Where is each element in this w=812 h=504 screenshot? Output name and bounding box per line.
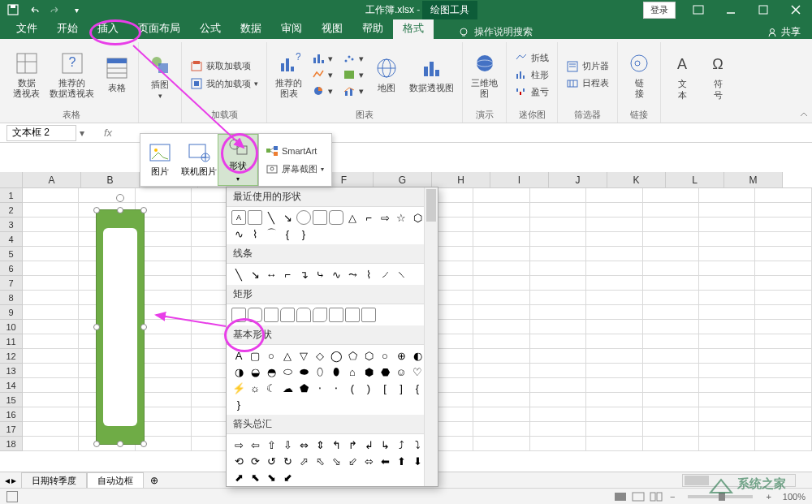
cell[interactable] [699,232,755,247]
row-header[interactable]: 4 [0,232,23,247]
maps-button[interactable]: 地图 [370,52,403,97]
sheet-nav-prev-icon[interactable]: ◂ [5,475,10,486]
cell[interactable] [755,291,811,305]
cell[interactable] [699,378,755,393]
shape-basic-23[interactable]: ♡ [410,364,425,379]
cell[interactable] [530,422,586,437]
shape-line[interactable]: ╲ [264,210,279,225]
cell[interactable] [23,232,79,247]
shape-rect-1[interactable] [231,308,246,322]
cell[interactable] [473,247,529,261]
cell[interactable] [643,218,699,232]
cell[interactable] [755,334,811,349]
shape-brace-r[interactable]: } [296,226,311,241]
resize-handle[interactable] [140,441,147,447]
cell[interactable] [23,422,79,437]
shape-basic-9[interactable]: ○ [378,348,392,363]
row-header[interactable]: 5 [0,247,23,261]
shape-connector[interactable]: ⌐ [361,210,376,225]
shape-arrow-23[interactable]: ⬇ [410,454,425,468]
resize-handle[interactable] [117,207,123,213]
cell[interactable] [755,261,811,276]
cell[interactable] [23,188,79,203]
cell[interactable] [586,276,642,291]
tab-home[interactable]: 开始 [47,18,88,39]
save-icon[interactable] [5,2,21,18]
resize-handle[interactable] [93,324,100,330]
view-layout-icon[interactable] [631,491,646,502]
row-header[interactable]: 15 [0,393,23,407]
cell[interactable] [473,188,529,203]
cell[interactable] [643,276,699,291]
cell[interactable] [473,393,529,407]
shape-arrow-20[interactable]: ⬄ [361,454,376,468]
shape-basic-25[interactable]: ☼ [248,381,262,395]
cell[interactable] [586,218,642,232]
online-pictures-button[interactable]: 联机图片 [179,134,218,186]
shape-arrow-7[interactable]: ↱ [345,437,360,452]
recommended-charts-button[interactable]: ? 推荐的 图表 [272,47,305,102]
shape-arrow-block[interactable]: ⇨ [378,210,392,225]
cell[interactable] [755,320,811,334]
shape-basic-14[interactable]: ◓ [264,364,279,379]
cell[interactable] [643,334,699,349]
chart-pie-button[interactable]: ▾ [309,84,336,98]
col-header-I[interactable]: I [490,172,549,187]
symbol-button[interactable]: Ω 符 号 [702,48,734,103]
tab-review[interactable]: 审阅 [271,18,312,39]
resize-handle[interactable] [140,207,147,213]
col-header-G[interactable]: G [374,172,432,187]
col-header-A[interactable]: A [23,172,81,187]
cell[interactable] [699,261,755,276]
cell[interactable] [473,305,529,320]
shape-line-11[interactable]: ⟍ [394,267,408,282]
row-header[interactable]: 12 [0,349,23,364]
cell[interactable] [530,393,586,407]
cell[interactable] [530,291,586,305]
row-header[interactable]: 3 [0,218,23,232]
tab-formula[interactable]: 公式 [190,18,231,39]
cell[interactable] [530,188,586,203]
shape-arrow-18[interactable]: ⬂ [329,454,343,468]
sheet-tab-2[interactable]: 自动边框 [87,472,144,489]
shape-arrow-17[interactable]: ⬁ [313,454,327,468]
pictures-button[interactable]: 图片 [140,134,179,186]
cell[interactable] [23,276,79,291]
cell[interactable] [643,349,699,364]
sparkline-winloss-button[interactable]: 盈亏 [512,84,552,100]
cell[interactable] [699,291,755,305]
cell[interactable] [699,422,755,437]
tab-view[interactable]: 视图 [312,18,352,39]
shape-line-5[interactable]: ↴ [296,267,311,282]
cell[interactable] [23,349,79,364]
shape-basic-27[interactable]: ☁ [280,381,295,395]
shape-basic-8[interactable]: ⬡ [361,348,376,363]
cell[interactable] [530,407,586,422]
smartart-button[interactable]: SmartArt [262,144,331,158]
cell[interactable] [699,349,755,364]
cell[interactable] [473,218,529,232]
row-header[interactable]: 7 [0,276,23,291]
row-header[interactable]: 6 [0,261,23,276]
cell[interactable] [643,305,699,320]
shape-arrow-9[interactable]: ↳ [378,437,392,452]
cell[interactable] [23,247,79,261]
row-header[interactable]: 13 [0,364,23,378]
fx-icon[interactable]: fx [104,127,112,139]
cell[interactable] [23,218,79,232]
shape-basic-30[interactable]: ⬝ [329,381,343,395]
shape-arrow-14[interactable]: ↺ [264,454,279,468]
cell[interactable] [699,393,755,407]
shape-basic-34[interactable]: ] [394,381,408,395]
resize-handle[interactable] [140,324,147,330]
cell[interactable] [755,378,811,393]
shape-line-8[interactable]: ⤳ [345,267,360,282]
cell[interactable] [586,261,642,276]
shape-basic-36[interactable]: } [231,397,246,411]
shape-basic-10[interactable]: ⊕ [394,348,408,363]
shape-basic-20[interactable]: ⬢ [361,364,376,379]
cell[interactable] [530,305,586,320]
cell[interactable] [586,334,642,349]
cell[interactable] [586,320,642,334]
cell[interactable] [643,247,699,261]
